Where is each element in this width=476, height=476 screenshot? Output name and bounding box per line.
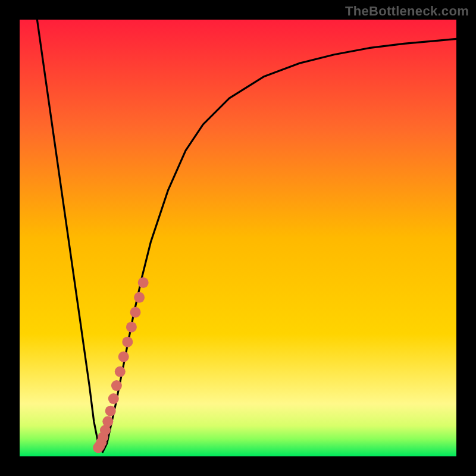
marker-dot (122, 337, 133, 347)
marker-dot (111, 380, 122, 391)
marker-dot (130, 307, 141, 318)
marker-dot (134, 292, 145, 303)
plot-background (20, 20, 456, 456)
marker-dot (115, 367, 126, 377)
marker-dot (108, 393, 119, 404)
marker-dot (105, 406, 116, 416)
chart-svg (0, 0, 476, 476)
marker-dot (138, 277, 149, 288)
marker-dot (126, 322, 137, 333)
marker-dot (118, 352, 129, 362)
watermark-text: TheBottleneck.com (345, 4, 469, 19)
chart-frame: TheBottleneck.com (0, 0, 476, 476)
marker-dot (102, 416, 113, 427)
